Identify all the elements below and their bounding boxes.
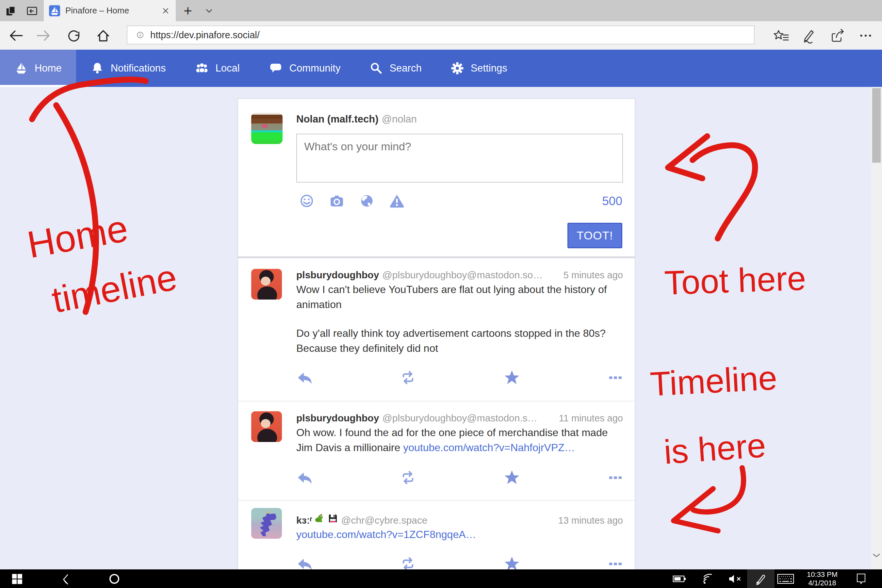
people-icon xyxy=(195,62,209,75)
nav-item-home[interactable]: Home xyxy=(0,50,76,87)
browser-tab[interactable]: Pinafore – Home xyxy=(44,0,176,21)
camera-icon[interactable] xyxy=(329,193,345,209)
nav-item-local[interactable]: Local xyxy=(180,50,254,87)
emoji-picker-icon[interactable] xyxy=(299,193,315,209)
account-handle: @plsburydoughboy@mastodon.so… xyxy=(382,270,543,280)
tab-list-chevron-icon[interactable] xyxy=(202,4,216,18)
more-options-icon[interactable] xyxy=(607,556,624,569)
timeline-post[interactable]: plsburydoughboy @plsburydoughboy@mastodo… xyxy=(238,401,635,500)
timestamp[interactable]: 5 minutes ago xyxy=(557,270,623,280)
screen: Pinafore – Home + https://dev.pinafore. xyxy=(0,0,882,588)
pinafore-favicon-icon xyxy=(49,5,60,16)
favorite-star-icon[interactable] xyxy=(504,556,520,569)
toot-button[interactable]: TOOT! xyxy=(567,223,622,248)
compose-toolbar xyxy=(299,193,405,209)
refresh-icon[interactable] xyxy=(65,27,82,44)
sailboat-icon xyxy=(14,62,28,75)
avatar[interactable] xyxy=(251,411,282,442)
reply-icon[interactable] xyxy=(296,556,313,569)
nav-label: Settings xyxy=(471,62,507,74)
reply-icon[interactable] xyxy=(296,470,313,486)
boost-icon[interactable] xyxy=(400,556,416,569)
scrollbar-thumb[interactable] xyxy=(872,88,881,163)
nav-label: Home xyxy=(34,62,62,74)
wifi-icon[interactable] xyxy=(698,569,717,588)
search-icon xyxy=(369,62,383,75)
touch-keyboard-icon[interactable] xyxy=(775,569,796,588)
nav-item-community[interactable]: Community xyxy=(254,50,355,87)
gear-icon xyxy=(450,62,464,75)
volume-muted-icon[interactable] xyxy=(726,569,744,588)
web-note-pen-icon[interactable] xyxy=(801,28,818,44)
avatar[interactable] xyxy=(251,113,283,144)
nav-label: Community xyxy=(290,62,341,74)
tablet-back-icon[interactable] xyxy=(57,569,76,588)
scrollbar[interactable] xyxy=(871,87,882,569)
favorite-star-icon[interactable] xyxy=(504,369,520,386)
windows-ink-tile[interactable] xyxy=(747,569,774,588)
nav-label: Notifications xyxy=(111,62,166,74)
dragon-emoji xyxy=(314,513,324,524)
nav-item-settings[interactable]: Settings xyxy=(436,50,522,87)
reply-icon[interactable] xyxy=(296,369,313,386)
timeline-post[interactable]: plsburydoughboy @plsburydoughboy@mastodo… xyxy=(238,258,635,401)
favorites-hub-icon[interactable] xyxy=(773,28,790,44)
clock-time: 10:33 PM xyxy=(807,570,838,579)
url-bar[interactable]: https://dev.pinafore.social/ xyxy=(127,26,754,44)
more-options-icon[interactable] xyxy=(607,470,624,486)
post-actions xyxy=(296,470,624,486)
post-text: youtube.com/watch?v=1ZCF8ngqeA… xyxy=(296,527,618,542)
timeline-post[interactable]: kɜːʳ @chr@cybre.space 13 minutes ago you… xyxy=(238,500,635,569)
cortana-icon[interactable] xyxy=(105,569,123,588)
globe-icon[interactable] xyxy=(359,193,375,209)
nav-item-notifications[interactable]: Notifications xyxy=(76,50,180,87)
account-handle: @chr@cybre.space xyxy=(341,515,427,526)
compose-box: Nolan (malf.tech)@nolan xyxy=(238,99,635,258)
avatar[interactable] xyxy=(251,508,282,538)
action-center-icon[interactable] xyxy=(851,569,871,588)
site-info-icon[interactable] xyxy=(135,29,146,40)
home-icon[interactable] xyxy=(95,27,112,44)
set-tabs-aside-icon[interactable] xyxy=(4,4,18,18)
tab-title: Pinafore – Home xyxy=(65,6,161,16)
share-icon[interactable] xyxy=(829,28,846,44)
timestamp[interactable]: 11 minutes ago xyxy=(552,413,623,424)
display-name[interactable]: plsburydoughboy xyxy=(296,270,379,280)
char-count: 500 xyxy=(602,194,622,208)
display-name[interactable]: kɜːʳ xyxy=(296,515,312,526)
tab-close-icon[interactable] xyxy=(161,6,171,16)
back-icon[interactable] xyxy=(7,27,24,44)
nav-label: Local xyxy=(216,62,240,74)
post-actions xyxy=(296,556,624,569)
scroll-down-icon[interactable] xyxy=(872,552,881,558)
clock-date: 4/1/2018 xyxy=(808,579,836,587)
content-warning-icon[interactable] xyxy=(389,193,405,209)
new-tab-button[interactable]: + xyxy=(180,3,195,18)
tab-preview-icon[interactable] xyxy=(25,4,39,18)
url-text[interactable]: https://dev.pinafore.social/ xyxy=(150,30,260,40)
nav-item-search[interactable]: Search xyxy=(355,50,436,87)
boost-icon[interactable] xyxy=(400,369,416,386)
more-options-icon[interactable] xyxy=(607,369,624,386)
post-text: Wow I can't believe YouTubers are flat o… xyxy=(296,282,618,312)
bell-icon xyxy=(90,62,104,75)
compose-input[interactable] xyxy=(296,134,623,183)
favorite-star-icon[interactable] xyxy=(504,470,520,486)
battery-icon[interactable] xyxy=(670,569,688,588)
nav-label: Search xyxy=(389,62,422,74)
avatar[interactable] xyxy=(251,269,282,300)
timestamp[interactable]: 13 minutes ago xyxy=(552,515,623,526)
post-text: Do y'all really think toy advertisement … xyxy=(296,326,618,356)
timeline-card: Nolan (malf.tech)@nolan xyxy=(237,98,635,569)
browser-toolbar: https://dev.pinafore.social/ xyxy=(0,21,882,50)
settings-more-icon[interactable] xyxy=(857,28,874,44)
start-button-icon[interactable] xyxy=(8,569,26,588)
display-name[interactable]: plsburydoughboy xyxy=(296,412,379,424)
forward-icon[interactable] xyxy=(35,27,52,44)
post-text: Oh wow. I found the ad for the one piece… xyxy=(296,425,618,455)
account-handle: @plsburydoughboy@mastodon.s… xyxy=(382,412,537,424)
youtube-link[interactable]: youtube.com/watch?v=1ZCF8ngqeA… xyxy=(296,528,476,540)
taskbar-clock[interactable]: 10:33 PM 4/1/2018 xyxy=(801,569,843,588)
boost-icon[interactable] xyxy=(400,470,416,486)
youtube-link[interactable]: youtube.com/watch?v=NahfojrVPZ… xyxy=(403,442,575,453)
